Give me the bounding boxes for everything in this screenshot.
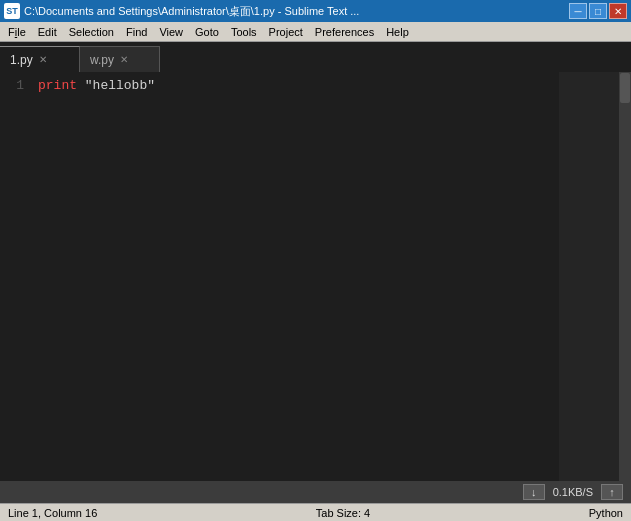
title-bar-left: ST C:\Documents and Settings\Administrat…: [4, 3, 359, 19]
menu-bar: File Edit Selection Find View Goto Tools…: [0, 22, 631, 42]
status-bar: Line 1, Column 16 Tab Size: 4 Python: [0, 503, 631, 521]
code-area[interactable]: print "hellobb": [30, 72, 559, 481]
menu-selection[interactable]: Selection: [63, 25, 120, 39]
bottom-bar: ↓ 0.1KB/S ↑: [0, 481, 631, 503]
menu-goto[interactable]: Goto: [189, 25, 225, 39]
tab-wpy[interactable]: w.py ✕: [80, 46, 160, 72]
status-language: Python: [589, 507, 623, 519]
app-icon: ST: [4, 3, 20, 19]
menu-help[interactable]: Help: [380, 25, 415, 39]
scrollbar-right[interactable]: [619, 72, 631, 481]
scrollbar-thumb[interactable]: [620, 73, 630, 103]
menu-find[interactable]: Find: [120, 25, 153, 39]
close-button[interactable]: ✕: [609, 3, 627, 19]
tab-wpy-label: w.py: [90, 53, 114, 67]
editor-container: 1 print "hellobb": [0, 72, 631, 481]
code-line-1: print "hellobb": [38, 76, 551, 96]
transfer-speed: 0.1KB/S: [553, 486, 593, 498]
menu-preferences[interactable]: Preferences: [309, 25, 380, 39]
line-number-1: 1: [0, 76, 24, 96]
line-numbers: 1: [0, 72, 30, 481]
title-bar: ST C:\Documents and Settings\Administrat…: [0, 0, 631, 22]
string-value: "hellobb": [77, 78, 155, 93]
title-bar-buttons: ─ □ ✕: [569, 3, 627, 19]
tab-1py-close[interactable]: ✕: [39, 55, 47, 65]
status-position: Line 1, Column 16: [8, 507, 97, 519]
upload-arrow-button[interactable]: ↑: [601, 484, 623, 500]
tab-1py-label: 1.py: [10, 53, 33, 67]
tab-1py[interactable]: 1.py ✕: [0, 46, 80, 72]
menu-file[interactable]: File: [2, 25, 32, 39]
menu-view[interactable]: View: [153, 25, 189, 39]
menu-tools[interactable]: Tools: [225, 25, 263, 39]
menu-edit[interactable]: Edit: [32, 25, 63, 39]
restore-button[interactable]: □: [589, 3, 607, 19]
minimap: [559, 72, 619, 481]
title-text: C:\Documents and Settings\Administrator\…: [24, 4, 359, 19]
menu-project[interactable]: Project: [263, 25, 309, 39]
minimize-button[interactable]: ─: [569, 3, 587, 19]
download-arrow-button[interactable]: ↓: [523, 484, 545, 500]
keyword-print: print: [38, 78, 77, 93]
tab-bar: 1.py ✕ w.py ✕: [0, 42, 631, 72]
status-tab-size: Tab Size: 4: [316, 507, 370, 519]
tab-wpy-close[interactable]: ✕: [120, 55, 128, 65]
